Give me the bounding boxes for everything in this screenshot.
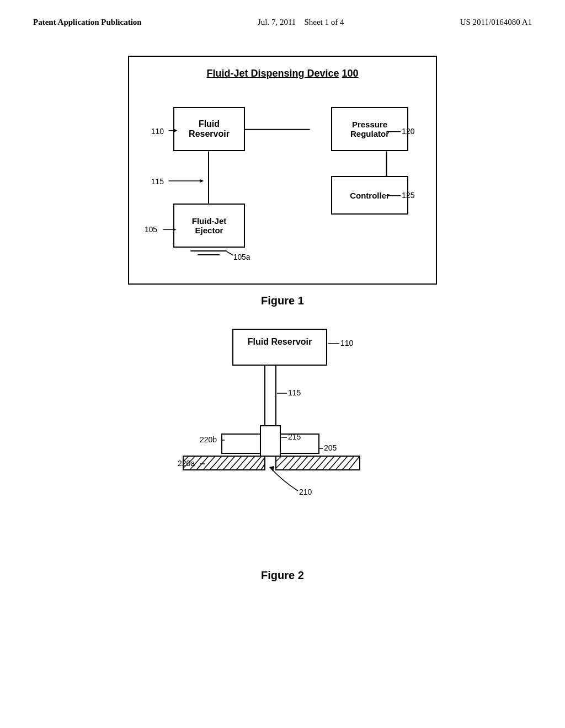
ejector-box: Fluid-JetEjector [173,204,245,248]
figure1-title: Fluid-Jet Dispensing Device 100 [140,68,425,79]
publication-date: Jul. 7, 2011 [258,18,296,26]
svg-rect-26 [265,365,276,426]
controller-box: Controller [331,176,408,215]
svg-text:205: 205 [324,443,337,452]
svg-rect-22 [233,329,327,365]
date-sheet: Jul. 7, 2011 Sheet 1 of 4 [258,17,344,28]
figure1-ref100: 100 [342,68,359,79]
svg-rect-31 [260,426,280,456]
figure2-area: Fluid Reservoir 110 115 215 220b [128,324,437,566]
svg-line-21 [227,251,233,255]
figure2-caption: Figure 2 [261,569,304,582]
figure1-caption: Figure 1 [261,295,304,307]
page-header: Patent Application Publication Jul. 7, 2… [0,0,565,34]
sheet-info: Sheet 1 of 4 [304,18,344,26]
svg-text:Fluid Reservoir: Fluid Reservoir [248,337,312,346]
svg-text:105a: 105a [233,253,250,261]
main-content: Fluid-Jet Dispensing Device 100 FluidRes… [0,34,565,593]
svg-text:220b: 220b [200,435,217,444]
figure1-title-text: Fluid-Jet Dispensing Device [206,68,339,79]
figure1-container: Fluid-Jet Dispensing Device 100 FluidRes… [128,56,437,285]
svg-rect-29 [222,434,265,453]
svg-text:110: 110 [151,127,164,136]
figure2-svg: Fluid Reservoir 110 115 215 220b [128,324,437,566]
svg-text:110: 110 [340,339,354,347]
svg-marker-12 [200,179,204,183]
publication-label: Patent Application Publication [33,17,142,28]
svg-text:220a: 220a [178,459,195,468]
svg-text:115: 115 [151,177,164,186]
svg-text:215: 215 [288,432,301,441]
fluid-reservoir-box: FluidReservoir [173,107,245,151]
svg-text:105: 105 [145,225,157,234]
figure1-diagram: FluidReservoir PressureRegulator Control… [140,96,425,267]
svg-text:115: 115 [288,388,301,397]
svg-text:210: 210 [299,488,312,496]
pressure-regulator-box: PressureRegulator [331,107,408,151]
patent-number: US 2011/0164080 A1 [460,17,532,28]
